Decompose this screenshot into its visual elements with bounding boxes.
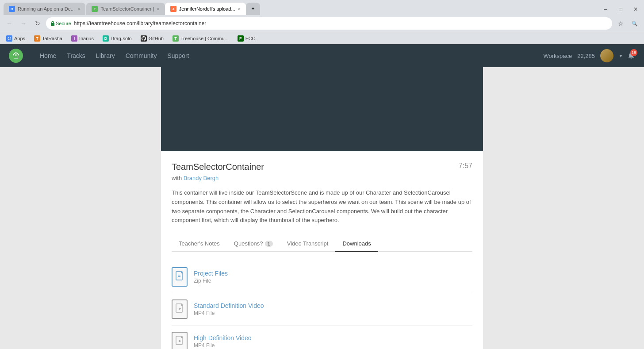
browser-tab-2[interactable]: T TeamSelectorContainer | × [86, 3, 165, 15]
nav-link-support[interactable]: Support [167, 50, 189, 61]
secure-label: Secure [56, 21, 71, 26]
questions-badge: 1 [265, 241, 273, 247]
video-description: This container will live inside our Team… [172, 188, 472, 225]
downloads-list: Project Files Zip File Standard Definiti… [172, 261, 472, 349]
bookmark-label-inarius: Inarius [79, 36, 94, 41]
tab-favicon-1: R [9, 6, 15, 12]
content-tabs: Teacher's Notes Questions?1 Video Transc… [172, 236, 472, 252]
bookmark-favicon-github [141, 35, 147, 42]
secure-icon: Secure [50, 21, 71, 26]
back-button[interactable]: ← [4, 18, 15, 29]
nav-link-library[interactable]: Library [96, 50, 115, 61]
bookmark-drag-solo[interactable]: D Drag-solo [100, 35, 134, 42]
svg-rect-2 [176, 272, 182, 280]
user-avatar[interactable] [600, 49, 613, 62]
nav-right: Workspace 22,285 ▾ 18 [543, 49, 635, 62]
treehouse-logo-icon [9, 49, 23, 63]
tab-label-1: Running an App on a De... [18, 6, 75, 12]
bookmark-favicon-talrasha: T [34, 35, 40, 42]
workspace-button[interactable]: Workspace [543, 53, 572, 59]
download-type-project-files: Zip File [194, 278, 472, 284]
notification-bell[interactable]: 18 [627, 51, 635, 61]
bookmark-label-github: GitHub [149, 36, 164, 41]
tab-label-2: TeamSelectorContainer | [100, 6, 154, 12]
bookmark-label-treehouse: Treehouse | Commu... [180, 36, 229, 41]
bookmark-github[interactable]: GitHub [138, 35, 166, 42]
address-bar[interactable]: Secure https://teamtreehouse.com/library… [46, 17, 612, 30]
tab-close-3[interactable]: × [238, 6, 241, 12]
download-type-hd-video: MP4 File [194, 342, 472, 349]
bookmark-favicon-inarius: I [71, 35, 77, 42]
browser-controls: ← → ↻ Secure https://teamtreehouse.com/l… [0, 15, 644, 32]
nav-link-home[interactable]: Home [40, 50, 56, 61]
svg-rect-4 [178, 276, 180, 277]
tab-favicon-3: J [170, 6, 176, 12]
address-url: https://teamtreehouse.com/library/teamse… [74, 20, 206, 27]
tab-downloads[interactable]: Downloads [335, 236, 378, 251]
bookmark-favicon-apps: ⬡ [6, 35, 12, 42]
author-prefix: with [172, 175, 184, 181]
browser-tabs: R Running an App on a De... × T TeamSele… [0, 0, 644, 15]
download-link-sd-video[interactable]: Standard Definition Video [194, 302, 264, 309]
minimize-button[interactable]: – [600, 4, 611, 15]
bookmark-favicon-drag-solo: D [103, 35, 109, 42]
window-controls: – □ ✕ [600, 4, 641, 15]
new-tab-icon: + [252, 6, 255, 12]
bookmark-button[interactable]: ☆ [615, 18, 626, 29]
bookmark-label-apps: Apps [14, 36, 25, 41]
video-title-row: TeamSelectorContainer 7:57 [172, 162, 472, 172]
zoom-button[interactable]: 🔍 [629, 18, 640, 29]
tab-video-transcript[interactable]: Video Transcript [280, 236, 336, 251]
download-link-hd-video[interactable]: High Definition Video [194, 334, 252, 341]
page-content: TeamSelectorContainer 7:57 with Brandy B… [0, 67, 644, 349]
browser-tab-3[interactable]: J JenniferNordell's upload... × [165, 3, 246, 15]
nav-link-community[interactable]: Community [126, 50, 157, 61]
bookmark-treehouse[interactable]: T Treehouse | Commu... [170, 35, 231, 42]
maximize-button[interactable]: □ [615, 4, 626, 15]
video-player[interactable] [161, 67, 483, 151]
reload-button[interactable]: ↻ [32, 18, 43, 29]
browser-tab-1[interactable]: R Running an App on a De... × [4, 3, 85, 15]
file-icon-hd [172, 332, 188, 349]
download-item-sd-video: Standard Definition Video MP4 File [172, 293, 472, 326]
bookmark-favicon-treehouse: T [172, 35, 179, 42]
tab-close-1[interactable]: × [77, 6, 80, 12]
bookmark-apps[interactable]: ⬡ Apps [4, 35, 28, 42]
close-button[interactable]: ✕ [630, 4, 641, 15]
svg-point-1 [15, 54, 16, 56]
bookmark-talrasha[interactable]: T TalRasha [31, 35, 65, 42]
svg-marker-8 [179, 340, 181, 342]
tab-close-2[interactable]: × [157, 6, 159, 12]
download-link-project-files[interactable]: Project Files [194, 270, 228, 277]
avatar-dropdown-arrow[interactable]: ▾ [620, 54, 622, 58]
tab-label-3: JenniferNordell's upload... [179, 6, 235, 12]
file-icon-zip [172, 267, 188, 287]
bookmark-inarius[interactable]: I Inarius [69, 35, 96, 42]
video-author: with Brandy Bergh [172, 175, 472, 181]
author-link[interactable]: Brandy Bergh [184, 175, 219, 181]
svg-marker-6 [179, 307, 181, 310]
nav-logo[interactable] [9, 49, 27, 63]
download-info-project-files: Project Files Zip File [194, 270, 472, 284]
content-card: TeamSelectorContainer 7:57 with Brandy B… [161, 151, 483, 349]
bookmark-label-fcc: FCC [245, 36, 256, 41]
bookmark-label-drag-solo: Drag-solo [111, 36, 132, 41]
download-item-hd-video: High Definition Video MP4 File [172, 326, 472, 349]
nav-links: Home Tracks Library Community Support [40, 50, 543, 61]
new-tab-button[interactable]: + [246, 3, 260, 15]
download-type-sd-video: MP4 File [194, 310, 472, 316]
bookmark-fcc[interactable]: F FCC [235, 35, 258, 42]
download-info-sd-video: Standard Definition Video MP4 File [194, 302, 472, 316]
tab-teachers-notes[interactable]: Teacher's Notes [172, 236, 227, 251]
bookmark-favicon-fcc: F [238, 35, 244, 42]
forward-button[interactable]: → [18, 18, 29, 29]
points-badge: 22,285 [577, 53, 595, 59]
tab-favicon-2: T [92, 6, 98, 12]
treehouse-nav: Home Tracks Library Community Support Wo… [0, 44, 644, 67]
nav-link-tracks[interactable]: Tracks [67, 50, 85, 61]
browser-chrome: R Running an App on a De... × T TeamSele… [0, 0, 644, 44]
tab-questions[interactable]: Questions?1 [227, 236, 280, 251]
bookmarks-bar: ⬡ Apps T TalRasha I Inarius D Drag-solo … [0, 32, 644, 44]
download-info-hd-video: High Definition Video MP4 File [194, 334, 472, 349]
download-item-project-files: Project Files Zip File [172, 261, 472, 293]
